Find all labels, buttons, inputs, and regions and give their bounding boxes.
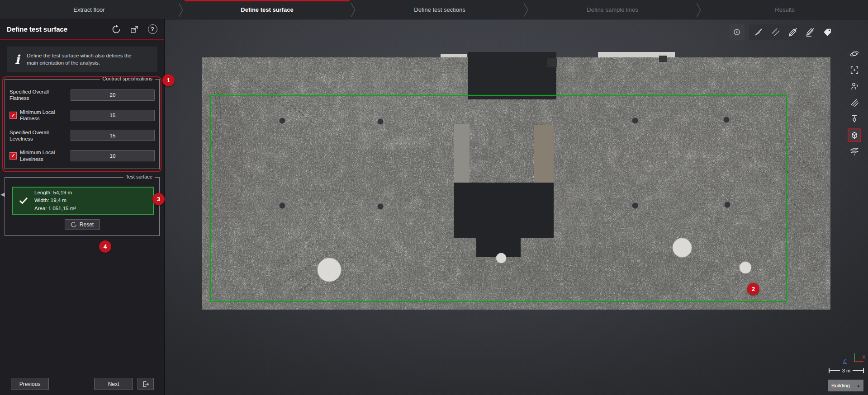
axis-x-label: X: [862, 354, 866, 360]
tab-label: Define sample lines: [587, 6, 638, 13]
next-button[interactable]: Next: [94, 378, 133, 390]
reset-view-icon: [112, 25, 121, 34]
first-person-icon: [849, 81, 859, 91]
tab-separator-icon: [523, 3, 529, 17]
minimum-local-levelness-checkbox[interactable]: ✓: [9, 152, 17, 160]
measure-parallel-icon: [771, 27, 781, 37]
tab-separator-icon: [351, 3, 356, 17]
annotation-disabled-button[interactable]: [786, 25, 800, 39]
floor-structure: [454, 124, 470, 183]
help-glyph: ?: [151, 26, 154, 33]
group-legend: Test surface: [123, 174, 155, 179]
export-exit-button[interactable]: [138, 378, 154, 390]
sweep-icon: [849, 98, 859, 108]
floor-structure: [481, 155, 488, 160]
info-text: Define the test surface which also defin…: [27, 52, 132, 66]
panel-header: Define test surface ?: [0, 19, 164, 40]
specified-overall-flatness-label: Specified Overall Flatness: [9, 89, 64, 102]
first-person-button[interactable]: [848, 80, 861, 93]
scale-label: 3 m: [842, 368, 850, 373]
cube-view-button[interactable]: [848, 128, 861, 142]
annotation-badge-2: 2: [747, 283, 759, 295]
tab-separator-icon: [178, 3, 184, 17]
exit-icon: [142, 380, 150, 388]
reset-button[interactable]: Reset: [65, 219, 100, 230]
panel-collapse-handle[interactable]: ◀: [0, 192, 5, 197]
axis-gizmo: Z X: [842, 350, 867, 365]
axis-z-label: Z: [843, 358, 846, 363]
test-surface-values: Length: 54,19 m Width: 19,4 m Area: 1 05…: [34, 189, 76, 212]
field-row: Specified Overall Flatness: [9, 89, 155, 102]
building-label: Building: [831, 383, 854, 388]
minimum-local-levelness-label: Minimum Local Levelness: [20, 149, 64, 162]
viewport-toolbar: [729, 24, 837, 40]
measure-distance-button[interactable]: [751, 25, 766, 39]
info-box: i Define the test surface which also def…: [7, 47, 157, 72]
label-tag-button[interactable]: [820, 25, 835, 39]
reset-view-button[interactable]: [110, 23, 123, 36]
tab-label: Define test sections: [414, 6, 465, 13]
tab-label: Extract floor: [73, 6, 104, 13]
minimum-local-flatness-checkbox[interactable]: ✓: [9, 112, 17, 119]
sweep-button[interactable]: [848, 96, 861, 109]
scale-line: [830, 370, 840, 371]
annotation-lines-disabled-icon: [805, 27, 815, 37]
length-value: Length: 54,19 m: [34, 189, 76, 197]
floor-structure: [498, 138, 507, 146]
pick-point-button[interactable]: [729, 24, 745, 40]
point-cloud-canvas[interactable]: [165, 19, 868, 395]
reset-icon: [71, 221, 77, 228]
left-panel: Define test surface ? i Define the test …: [0, 19, 165, 395]
specified-overall-levelness-input[interactable]: [71, 130, 155, 141]
annotation-lines-disabled-button[interactable]: [803, 25, 817, 39]
cube-view-icon: [849, 130, 859, 140]
area-value: Area: 1 051,15 m²: [34, 205, 76, 212]
annotation-disabled-icon: [788, 27, 798, 37]
check-icon: [19, 196, 28, 206]
minimum-local-flatness-input[interactable]: [71, 110, 155, 121]
annotation-badge-1: 1: [162, 74, 175, 86]
check-icon: ✓: [11, 113, 15, 118]
tab-label: Define test surface: [241, 6, 293, 13]
orbit-view-icon: [849, 49, 859, 59]
test-surface-group: Test surface Length: 54,19 m Width: 19,4…: [5, 177, 160, 236]
building-selector[interactable]: Building ▲: [828, 380, 863, 391]
pop-out-icon: [130, 25, 139, 34]
scale-bar: 3 m: [829, 367, 864, 374]
tab-define-test-sections[interactable]: Define test sections: [356, 0, 523, 19]
floor-opening: [468, 52, 556, 99]
label-tag-icon: [822, 27, 832, 37]
info-icon: i: [15, 53, 19, 66]
minimum-local-flatness-label: Minimum Local Flatness: [20, 109, 64, 122]
specified-overall-flatness-input[interactable]: [71, 89, 155, 101]
viewport-3d[interactable]: [165, 19, 868, 395]
help-button[interactable]: ?: [146, 23, 159, 36]
test-surface-summary: Length: 54,19 m Width: 19,4 m Area: 1 05…: [12, 187, 154, 215]
pop-out-button[interactable]: [128, 23, 141, 36]
plumb-icon: [849, 114, 859, 124]
contract-specifications-group: Contract specifications Specified Overal…: [5, 79, 160, 169]
workflow-tab-bar: Extract floor Define test surface Define…: [0, 0, 868, 19]
orbit-view-button[interactable]: [848, 47, 861, 61]
tab-extract-floor[interactable]: Extract floor: [0, 0, 178, 19]
tab-separator-icon: [696, 3, 702, 17]
floor-structure: [659, 56, 667, 62]
previous-button[interactable]: Previous: [11, 378, 49, 390]
zoom-fit-button[interactable]: [848, 63, 861, 77]
specified-overall-levelness-label: Specified Overall Levelness: [9, 129, 64, 142]
plumb-button[interactable]: [848, 112, 861, 126]
minimum-local-levelness-input[interactable]: [71, 150, 155, 161]
pick-point-icon: [732, 27, 742, 37]
width-value: Width: 19,4 m: [34, 197, 76, 204]
tab-define-test-surface[interactable]: Define test surface: [184, 0, 351, 19]
help-icon: ?: [148, 24, 157, 34]
scale-line: [853, 370, 863, 371]
annotation-badge-4: 4: [99, 240, 111, 253]
clipping-planes-button[interactable]: [848, 145, 861, 158]
previous-label: Previous: [19, 381, 41, 387]
check-icon: ✓: [11, 153, 15, 158]
tab-define-sample-lines: Define sample lines: [529, 0, 696, 19]
reset-label: Reset: [80, 221, 94, 228]
measure-parallel-button[interactable]: [768, 25, 783, 39]
field-row: Specified Overall Levelness: [9, 129, 155, 142]
